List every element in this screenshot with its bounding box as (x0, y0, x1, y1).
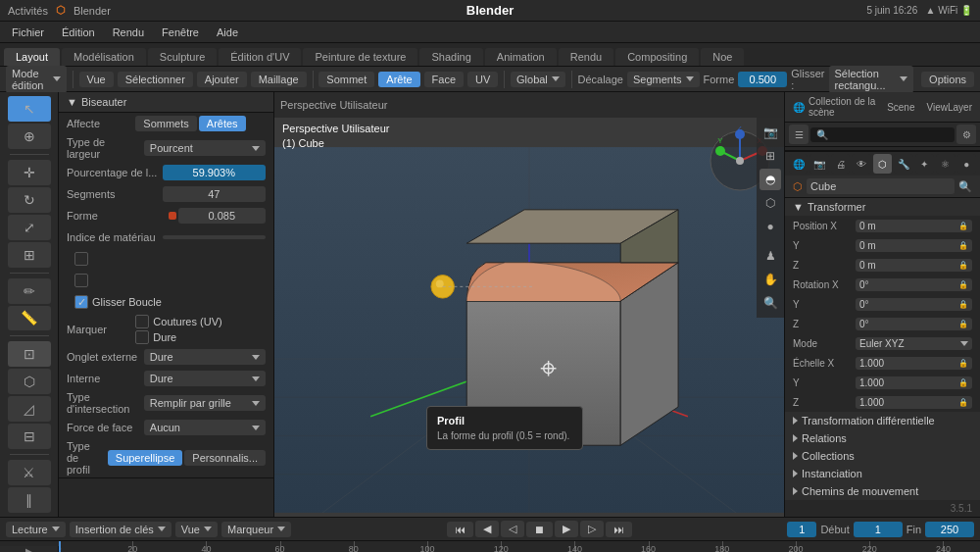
btn-play-reverse[interactable]: ◁ (501, 521, 524, 537)
tool-select[interactable]: ↖ (8, 96, 51, 122)
tool-bevel[interactable]: ◿ (8, 396, 51, 422)
props-icon-modifier[interactable]: 🔧 (894, 154, 912, 174)
btn-play[interactable]: ▶ (555, 521, 578, 537)
props-icon-scene[interactable]: 🌐 (789, 154, 808, 174)
onglet-ext-dropdown[interactable]: Dure (144, 349, 266, 365)
icon-hand[interactable]: ✋ (760, 269, 781, 290)
tool-measure[interactable]: 📏 (8, 306, 51, 331)
props-icon-material[interactable]: ● (957, 154, 976, 174)
menu-aide[interactable]: Aide (209, 25, 246, 40)
btn-vue[interactable]: Vue (79, 72, 114, 87)
indice-mat-value[interactable] (163, 235, 267, 239)
tab-sculpture[interactable]: Sculpture (148, 48, 217, 66)
dure-cb[interactable] (135, 330, 149, 344)
scale-y-value[interactable]: 1.000 🔒 (856, 376, 972, 389)
forme-prop-value[interactable]: 0.085 (178, 208, 267, 224)
tool-transform[interactable]: ⊞ (8, 242, 51, 268)
menu-rendu[interactable]: Rendu (105, 25, 152, 40)
selection-dropdown[interactable]: Sélection rectangu... (829, 66, 914, 93)
playback-dropdown[interactable]: Lecture (6, 522, 66, 537)
props-icon-physics[interactable]: ⚛ (936, 154, 955, 174)
aretes-btn[interactable]: Arêtes (199, 116, 246, 131)
outliner-settings[interactable]: ⚙ (956, 125, 976, 144)
btn-face[interactable]: Face (424, 72, 464, 87)
sommets-btn[interactable]: Sommets (135, 116, 196, 131)
icon-zoom[interactable]: 🔍 (760, 292, 781, 314)
mode-dropdown[interactable]: Euler XYZ (856, 337, 972, 350)
props-icon-render[interactable]: 📷 (809, 154, 828, 174)
btn-vertex[interactable]: Sommet (318, 72, 374, 87)
transform-dropdown[interactable]: Global (511, 72, 565, 87)
outliner-search[interactable] (810, 127, 955, 142)
pos-y-value[interactable]: 0 m 🔒 (856, 239, 972, 252)
pos-z-lock[interactable]: 🔒 (958, 261, 968, 270)
forme-value[interactable]: 0.500 (738, 72, 787, 87)
rot-y-value[interactable]: 0° 🔒 (856, 298, 972, 311)
chemins-header[interactable]: Chemins de mouvement (785, 482, 980, 500)
current-frame-display[interactable]: 1 (787, 522, 816, 537)
view-dropdown[interactable]: Vue (175, 522, 218, 537)
checkbox1[interactable] (74, 252, 88, 266)
btn-add[interactable]: Ajouter (197, 72, 247, 87)
props-icon-object[interactable]: ⬡ (873, 154, 892, 174)
tool-bisect[interactable]: ∥ (8, 487, 51, 513)
scale-y-lock[interactable]: 🔒 (958, 378, 968, 387)
btn-jump-end[interactable]: ⏭ (606, 522, 632, 537)
btn-edge[interactable]: Arête (378, 72, 419, 87)
pos-x-value[interactable]: 0 m 🔒 (856, 220, 972, 232)
coutures-cb[interactable] (135, 315, 149, 328)
viewport-3d[interactable]: Perspective Utilisateur Perspective Util… (274, 92, 784, 517)
icon-grid[interactable]: ⊞ (760, 145, 781, 167)
force-face-dropdown[interactable]: Aucun (144, 420, 266, 435)
pos-y-lock[interactable]: 🔒 (958, 241, 968, 250)
scale-x-value[interactable]: 1.000 🔒 (856, 357, 972, 370)
scale-z-value[interactable]: 1.000 🔒 (856, 396, 972, 409)
tab-animation[interactable]: Animation (485, 48, 557, 66)
tab-shading[interactable]: Shading (419, 48, 482, 66)
object-name[interactable]: Cube (807, 178, 955, 194)
pos-z-value[interactable]: 0 m 🔒 (856, 259, 972, 272)
menu-fenetre[interactable]: Fenêtre (154, 25, 207, 40)
props-icon-view[interactable]: 👁 (852, 154, 870, 174)
icon-shading-wire[interactable]: ⬡ (760, 192, 781, 214)
start-frame[interactable]: 1 (854, 522, 903, 537)
interne-dropdown[interactable]: Dure (144, 371, 266, 386)
tool-rotate[interactable]: ↻ (8, 187, 51, 213)
btn-prev-frame[interactable]: ◀ (475, 521, 499, 537)
tab-compositing[interactable]: Compositing (615, 48, 699, 66)
tool-knife[interactable]: ⚔ (8, 460, 51, 485)
btn-jump-start[interactable]: ⏮ (447, 522, 473, 537)
scale-x-lock[interactable]: 🔒 (958, 359, 968, 368)
pos-x-lock[interactable]: 🔒 (958, 222, 968, 230)
end-frame[interactable]: 250 (925, 522, 974, 537)
tool-scale[interactable]: ⤢ (8, 215, 51, 240)
icon-camera[interactable]: 📷 (760, 122, 781, 143)
timeline-playhead[interactable] (59, 541, 61, 553)
btn-options[interactable]: Options (921, 72, 974, 87)
btn-select[interactable]: Sélectionner (118, 72, 193, 87)
props-icon-particles[interactable]: ✦ (915, 154, 934, 174)
tool-cursor[interactable]: ⊕ (8, 124, 51, 149)
diff-transform-header[interactable]: Transformation différentielle (785, 412, 980, 429)
tool-loop[interactable]: ⊟ (8, 424, 51, 449)
bevel-section-header[interactable]: ▼ Biseauter (59, 92, 273, 113)
rot-y-lock[interactable]: 🔒 (958, 300, 968, 309)
segments-value[interactable]: 47 (163, 186, 267, 202)
btn-stop[interactable]: ⏹ (526, 522, 553, 537)
tab-rendu[interactable]: Rendu (559, 48, 613, 66)
object-search-icon[interactable]: 🔍 (958, 180, 972, 193)
tool-inset[interactable]: ⬡ (8, 369, 51, 394)
checkbox2[interactable] (74, 274, 88, 287)
marker-dropdown[interactable]: Marqueur (221, 522, 291, 537)
rot-z-lock[interactable]: 🔒 (958, 320, 968, 328)
superellipse-btn[interactable]: Superellipse (108, 450, 183, 466)
relations-header[interactable]: Relations (785, 429, 980, 447)
icon-shading-render[interactable]: ● (760, 216, 781, 237)
tab-modelisation[interactable]: Modélisation (62, 48, 146, 66)
icon-walk[interactable]: ♟ (760, 245, 781, 267)
menu-edition[interactable]: Édition (54, 25, 103, 40)
btn-next-frame[interactable]: ▷ (580, 521, 604, 537)
rot-x-value[interactable]: 0° 🔒 (856, 278, 972, 291)
collections-header[interactable]: Collections (785, 447, 980, 465)
tab-noe[interactable]: Noe (701, 48, 744, 66)
